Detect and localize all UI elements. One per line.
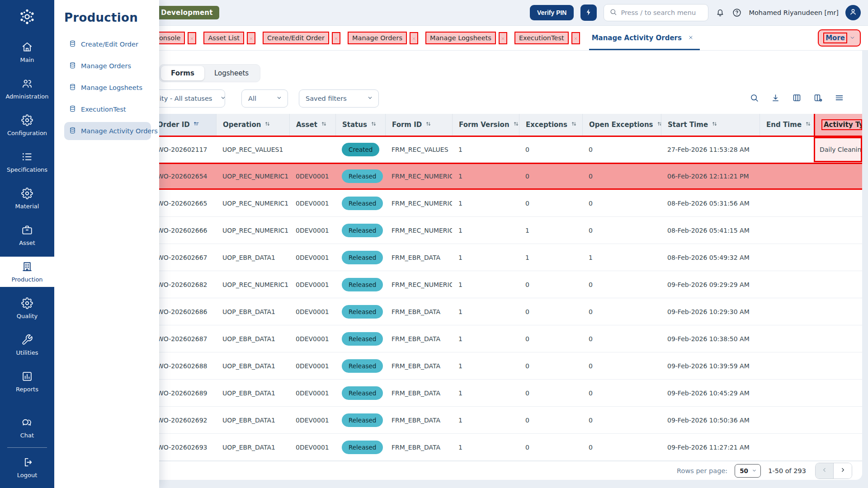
column-header-open-exceptions[interactable]: Open Exceptions <box>582 114 661 136</box>
column-header-form-version[interactable]: Form Version <box>452 114 519 136</box>
cell-form-version: 1 <box>452 380 519 406</box>
column-header-start-time[interactable]: Start Time <box>661 114 760 136</box>
table-row[interactable]: WO-202602667UOP_EBR_DATA10DEV0001Release… <box>154 244 862 271</box>
table-row[interactable]: WO-202602654UOP_REC_NUMERIC10DEV0001Rele… <box>154 163 862 190</box>
menu-item-create-edit-order[interactable]: Create/Edit Order <box>64 35 151 53</box>
cell-status: Released <box>335 190 385 216</box>
saved-filters-select[interactable]: Saved filters <box>299 89 379 108</box>
column-header-status[interactable]: Status <box>335 114 385 136</box>
sidebar-item-administration[interactable]: Administration <box>0 74 54 104</box>
table-row[interactable]: WO-202602665UOP_REC_NUMERIC10DEV0001Rele… <box>154 190 862 217</box>
chevron-down-icon <box>212 95 226 102</box>
sidebar-item-main[interactable]: Main <box>0 37 54 67</box>
subtab-logsheets[interactable]: Logsheets <box>204 66 259 80</box>
cell-form-version: 1 <box>452 190 519 216</box>
tab-close-button[interactable] <box>332 32 340 44</box>
table-row[interactable]: WO-202602689UOP_EBR_DATA10DEV0001Release… <box>154 380 862 407</box>
sidebar-item-asset[interactable]: Asset <box>0 220 54 250</box>
menu-item-manage-logsheets[interactable]: Manage Logsheets <box>64 79 151 97</box>
tab-onsole[interactable]: onsole <box>155 32 185 44</box>
close-icon[interactable] <box>688 34 693 42</box>
sidebar-item-reports[interactable]: Reports <box>0 366 54 397</box>
sidebar-item-material[interactable]: Material <box>0 183 54 214</box>
column-label: Form ID <box>392 121 422 129</box>
search-icon[interactable] <box>750 93 759 104</box>
cell-form-id: FRM_REC_NUMERIC <box>385 190 452 216</box>
type-filter-select[interactable]: All <box>241 89 288 108</box>
menu-search <box>604 4 708 21</box>
columns-settings-icon[interactable] <box>813 93 823 104</box>
sidebar-item-label: Specifications <box>7 166 47 173</box>
sidebar-item-label: Production <box>11 276 42 283</box>
tab-create-edit-order[interactable]: Create/Edit Order <box>263 32 329 44</box>
column-label: Activity Type <box>821 119 862 130</box>
building-icon <box>21 261 33 274</box>
column-header-operation[interactable]: Operation <box>216 114 289 136</box>
tab-manage-orders[interactable]: Manage Orders <box>348 32 407 44</box>
column-header-form-id[interactable]: Form ID <box>385 114 452 136</box>
table-row[interactable]: WO-202602686UOP_EBR_DATA10DEV0001Release… <box>154 298 862 325</box>
table-row[interactable]: WO-202602682UOP_REC_NUMERIC10DEV0001Rele… <box>154 271 862 298</box>
next-page-button[interactable] <box>834 463 852 479</box>
table-row[interactable]: WO-202602688UOP_EBR_DATA10DEV0001Release… <box>154 352 862 380</box>
gear-icon <box>21 114 33 127</box>
tab-close-button[interactable] <box>410 32 418 44</box>
table-row[interactable]: WO-202602687UOP_EBR_DATA10DEV0001Release… <box>154 325 862 352</box>
cell-activity-type <box>814 190 862 216</box>
column-header-asset[interactable]: Asset <box>289 114 335 136</box>
sidebar-item-quality[interactable]: Quality <box>0 293 54 324</box>
sidebar-item-utilities[interactable]: Utilities <box>0 330 54 360</box>
subtab-forms[interactable]: Forms <box>161 66 204 80</box>
rows-per-page-select[interactable]: 50 <box>735 464 761 478</box>
help-icon[interactable] <box>732 8 742 18</box>
search-input[interactable] <box>621 9 703 16</box>
cell-form-version: 1 <box>452 325 519 352</box>
tab-close-button[interactable] <box>499 32 507 44</box>
tab-close-button[interactable] <box>188 32 196 44</box>
sidebar-item-logout[interactable]: Logout <box>0 452 54 483</box>
sidebar-item-chat[interactable]: Chat <box>0 413 54 443</box>
tab-executiontest[interactable]: ExecutionTest <box>514 32 569 44</box>
sidebar-item-specifications[interactable]: Specifications <box>0 147 54 177</box>
search-icon <box>609 8 617 18</box>
tab-manage-logsheets[interactable]: Manage Logsheets <box>425 32 496 44</box>
tab-manage-activity-orders[interactable]: Manage Activity Orders <box>592 26 693 50</box>
download-icon[interactable] <box>771 93 780 104</box>
menu-item-executiontest[interactable]: ExecutionTest <box>64 100 151 118</box>
menu-lines-icon[interactable] <box>835 93 844 104</box>
status-filter-select[interactable]: ity - All statuses <box>154 89 225 108</box>
sidebar-item-configuration[interactable]: Configuration <box>0 110 54 141</box>
column-header-end-time[interactable]: End Time <box>760 114 814 136</box>
bar-chart-icon <box>21 371 33 384</box>
cell-status: Released <box>335 434 385 460</box>
menu-item-manage-orders[interactable]: Manage Orders <box>64 57 151 75</box>
tab-close-button[interactable] <box>571 32 580 44</box>
quick-actions-button[interactable] <box>580 5 597 21</box>
column-header-exceptions[interactable]: Exceptions <box>519 114 582 136</box>
previous-page-button[interactable] <box>816 463 834 479</box>
verify-pin-button[interactable]: Verify PIN <box>530 5 574 20</box>
cell-exceptions: 0 <box>519 325 582 352</box>
cell-activity-type <box>814 244 862 271</box>
cell-status: Released <box>335 244 385 271</box>
table-row[interactable]: WO-202602666UOP_REC_NUMERIC10DEV0001Rele… <box>154 217 862 244</box>
columns-icon[interactable] <box>792 93 802 104</box>
tab-asset-list[interactable]: Asset List <box>203 32 244 44</box>
menu-item-manage-activity-orders[interactable]: Manage Activity Orders <box>64 122 151 140</box>
table-row[interactable]: WO-202602117UOP_REC_VALUES1CreatedFRM_RE… <box>154 136 862 163</box>
more-tabs-button[interactable]: More <box>818 29 861 47</box>
sidebar-item-production[interactable]: Production <box>0 257 54 287</box>
column-header-activity-type[interactable]: Activity Type <box>814 114 862 136</box>
cell-form-version: 1 <box>452 164 519 188</box>
cell-form-id: FRM_REC_NUMERIC <box>385 271 452 298</box>
sidebar-item-label: Quality <box>17 313 38 319</box>
table-row[interactable]: WO-202602692UOP_EBR_DATA10DEV0001Release… <box>154 407 862 434</box>
table-row[interactable]: WO-202602693UOP_EBR_DATA10DEV0001Release… <box>154 434 862 461</box>
column-header-order-id[interactable]: Order ID <box>154 114 216 136</box>
menu-item-label: Manage Activity Orders <box>81 127 158 135</box>
content-card: FormsLogsheets ity - All statuses All Sa… <box>154 51 862 480</box>
cell-exceptions: 0 <box>519 298 582 325</box>
tab-close-button[interactable] <box>247 32 255 44</box>
notifications-icon[interactable] <box>715 8 725 18</box>
avatar[interactable] <box>845 5 861 20</box>
